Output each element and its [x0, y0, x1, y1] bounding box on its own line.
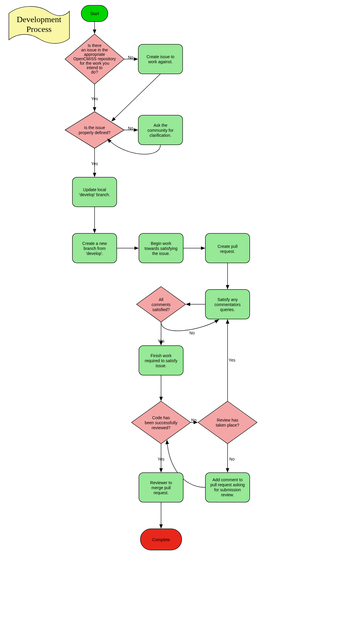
svg-text:review.: review. [221, 492, 234, 497]
label-no-5: No [229, 457, 235, 461]
svg-text:towards satisfying: towards satisfying [145, 246, 177, 251]
svg-text:OpenCMISS repository: OpenCMISS repository [73, 56, 116, 61]
svg-text:intend to: intend to [87, 65, 103, 70]
svg-text:commentators: commentators [215, 302, 241, 307]
svg-text:merge pull: merge pull [151, 485, 171, 490]
svg-text:Create pull: Create pull [217, 244, 238, 249]
svg-text:reviewed?: reviewed? [152, 425, 171, 430]
svg-text:community for: community for [147, 128, 173, 133]
svg-text:Reviewer to: Reviewer to [150, 480, 172, 485]
edge-createissue-issuedefined [112, 74, 160, 121]
svg-text:pull request asking: pull request asking [210, 482, 245, 487]
node-create-pr: Create pull request. [205, 233, 250, 263]
node-all-comments: All comments satisfied? [137, 287, 186, 322]
svg-text:properly defined?: properly defined? [79, 130, 111, 135]
svg-text:'develop' branch.: 'develop' branch. [79, 192, 110, 197]
svg-text:Review has: Review has [217, 418, 238, 422]
svg-text:for the work you: for the work you [80, 61, 109, 66]
svg-text:Update local: Update local [83, 187, 106, 192]
node-issue-exists: Is there an issue in the appropriate Ope… [65, 34, 124, 84]
title-line2: Process [26, 25, 52, 34]
label-no-2: No [128, 126, 133, 131]
flowchart-canvas: Development Process Start Is there an is… [0, 0, 362, 644]
svg-text:Add comment to: Add comment to [212, 477, 243, 482]
node-review-taken-place: Review has taken place? [198, 401, 257, 444]
node-finish-work: Finish work required to satisfy issue. [139, 346, 183, 375]
svg-text:comments: comments [152, 302, 171, 307]
node-start: Start [81, 5, 108, 22]
svg-text:been successfully: been successfully [145, 420, 178, 425]
node-ask-community: Ask the community for clarification. [138, 115, 183, 145]
svg-text:do?: do? [91, 70, 98, 74]
svg-text:clarification.: clarification. [150, 133, 171, 138]
svg-text:required to satisfy: required to satisfy [145, 358, 178, 363]
label-yes-1: Yes [91, 96, 98, 101]
node-begin-work: Begin work towards satisfying the issue. [139, 233, 183, 263]
svg-text:appropriate: appropriate [84, 52, 105, 57]
svg-text:queries.: queries. [220, 307, 235, 312]
node-complete: Complete [140, 529, 182, 550]
node-create-issue: Create issue to work against. [138, 44, 183, 74]
svg-text:issue.: issue. [156, 363, 167, 368]
svg-text:for submission: for submission [214, 487, 241, 492]
node-code-reviewed: Code has been successfully reviewed? [132, 401, 191, 444]
title-line1: Development [17, 15, 61, 24]
title-banner: Development Process [9, 6, 69, 43]
svg-text:Create a new: Create a new [82, 241, 107, 246]
label-no-3: No [189, 331, 195, 335]
complete-label: Complete [152, 537, 170, 542]
svg-text:work against.: work against. [148, 59, 173, 64]
svg-text:All: All [159, 297, 163, 302]
svg-text:taken place?: taken place? [216, 423, 239, 427]
label-yes-4: Yes [229, 358, 236, 362]
svg-text:Satisfy any: Satisfy any [217, 297, 238, 302]
svg-text:the issue.: the issue. [152, 251, 170, 256]
node-create-branch: Create a new branch from 'develop'. [72, 233, 117, 263]
svg-text:branch from: branch from [84, 246, 106, 251]
label-yes-2: Yes [91, 161, 98, 166]
svg-text:Ask the: Ask the [154, 123, 168, 128]
node-satisfy-queries: Satisfy any commentators queries. [205, 290, 250, 319]
svg-text:Create issue to: Create issue to [147, 54, 174, 59]
svg-text:Is the issue: Is the issue [84, 125, 105, 130]
node-add-comment: Add comment to pull request asking for s… [205, 473, 250, 502]
label-yes-5: Yes [158, 457, 165, 461]
edge-allcomments-satisfyqueries [161, 320, 219, 331]
svg-text:Begin work: Begin work [151, 241, 171, 246]
svg-text:'develop'.: 'develop'. [86, 251, 103, 256]
node-update-local: Update local 'develop' branch. [72, 177, 117, 207]
start-label: Start [90, 11, 99, 16]
svg-text:Is there: Is there [88, 43, 102, 48]
svg-text:satisfied?: satisfied? [152, 307, 170, 312]
label-no-1: No [128, 55, 133, 60]
svg-text:request.: request. [220, 249, 235, 254]
node-issue-defined: Is the issue properly defined? [65, 112, 124, 148]
svg-text:Code has: Code has [152, 415, 170, 420]
svg-text:Finish work: Finish work [151, 353, 172, 358]
node-reviewer-merge: Reviewer to merge pull request. [139, 473, 183, 502]
label-no-4: No [191, 418, 197, 422]
svg-text:an  issue in the: an issue in the [81, 48, 108, 52]
label-yes-3: Yes [158, 339, 165, 343]
svg-text:request.: request. [154, 490, 169, 495]
